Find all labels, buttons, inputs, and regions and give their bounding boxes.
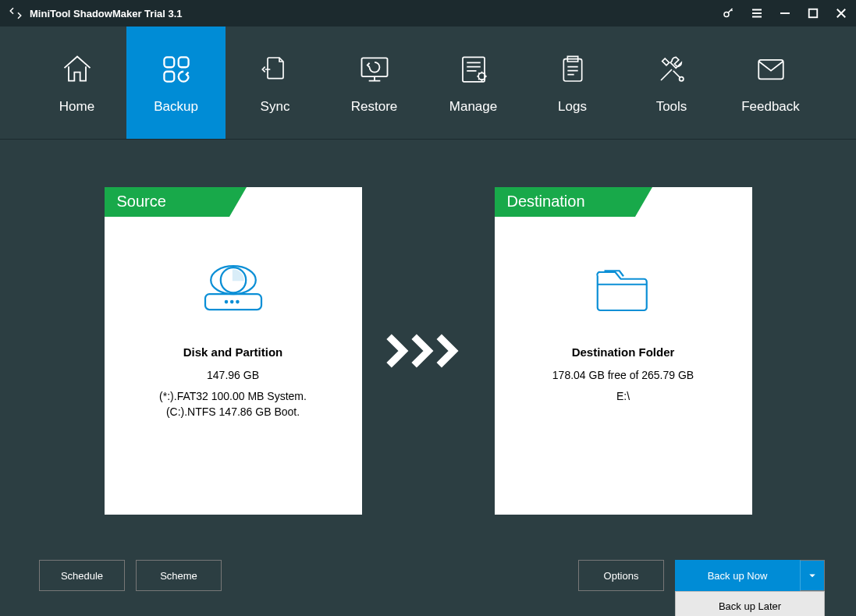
- manage-icon: [455, 51, 492, 88]
- backup-later-item[interactable]: Back up Later: [676, 592, 824, 616]
- backup-split-button: Back up Now Back up Later: [675, 560, 825, 591]
- sync-icon: [257, 51, 294, 88]
- svg-point-15: [236, 301, 238, 303]
- home-icon: [59, 51, 96, 88]
- nav-home[interactable]: Home: [27, 27, 126, 139]
- options-button[interactable]: Options: [578, 560, 664, 591]
- nav-label: Sync: [261, 99, 290, 115]
- scheme-button[interactable]: Scheme: [136, 560, 222, 591]
- nav-label: Manage: [449, 99, 497, 115]
- close-icon[interactable]: [834, 6, 848, 20]
- svg-rect-3: [178, 57, 188, 67]
- destination-title: Destination Folder: [572, 345, 675, 359]
- svg-rect-10: [758, 60, 783, 80]
- source-header: Source: [105, 187, 362, 217]
- minimize-icon[interactable]: [778, 6, 792, 20]
- nav-manage[interactable]: Manage: [424, 27, 523, 139]
- svg-rect-5: [361, 58, 387, 76]
- destination-path: E:\: [616, 389, 630, 405]
- destination-free: 178.04 GB free of 265.79 GB: [552, 368, 694, 384]
- nav-label: Home: [59, 99, 94, 115]
- nav-feedback[interactable]: Feedback: [721, 27, 820, 139]
- source-size: 147.96 GB: [207, 368, 259, 384]
- menu-icon[interactable]: [750, 6, 764, 20]
- navbar: Home Backup Sync: [0, 27, 856, 140]
- disk-icon: [198, 260, 268, 318]
- nav-label: Restore: [351, 99, 398, 115]
- schedule-button[interactable]: Schedule: [39, 560, 125, 591]
- nav-logs[interactable]: Logs: [523, 27, 622, 139]
- source-partition-2: (C:).NTFS 147.86 GB Boot.: [166, 405, 300, 420]
- svg-rect-8: [563, 59, 581, 81]
- feedback-icon: [752, 51, 790, 88]
- destination-header-label: Destination: [495, 187, 635, 217]
- nav-label: Tools: [656, 99, 687, 115]
- svg-point-9: [679, 77, 683, 81]
- nav-restore[interactable]: Restore: [325, 27, 424, 139]
- source-partition-1: (*:).FAT32 100.00 MB System.: [159, 389, 307, 405]
- source-panel[interactable]: Source Disk and Partition 147.96 GB: [105, 187, 362, 515]
- nav-label: Logs: [558, 99, 587, 115]
- nav-backup[interactable]: Backup: [126, 27, 226, 139]
- backup-dropdown-toggle[interactable]: [800, 560, 825, 591]
- svg-point-14: [231, 301, 233, 303]
- bottombar: Schedule Scheme Options Back up Now Back…: [0, 546, 856, 616]
- nav-label: Feedback: [741, 99, 800, 115]
- app-logo: [8, 5, 23, 21]
- backup-dropdown-menu: Back up Later: [675, 591, 825, 616]
- arrow-icon: [385, 333, 471, 369]
- backup-now-button[interactable]: Back up Now: [675, 560, 800, 591]
- svg-rect-6: [463, 57, 485, 82]
- app-title: MiniTool ShadowMaker Trial 3.1: [30, 8, 722, 19]
- destination-panel[interactable]: Destination Destination Folder 178.04 GB…: [495, 187, 752, 515]
- nav-sync[interactable]: Sync: [226, 27, 325, 139]
- source-title: Disk and Partition: [183, 345, 283, 359]
- tools-icon: [653, 51, 691, 88]
- titlebar: MiniTool ShadowMaker Trial 3.1: [0, 0, 856, 27]
- restore-icon: [356, 51, 393, 88]
- svg-rect-1: [809, 9, 818, 18]
- destination-header: Destination: [495, 187, 752, 217]
- main-content: Source Disk and Partition 147.96 GB: [0, 140, 856, 546]
- logs-icon: [554, 51, 591, 88]
- backup-icon: [158, 51, 195, 88]
- nav-tools[interactable]: Tools: [622, 27, 721, 139]
- nav-label: Backup: [154, 99, 198, 115]
- source-header-label: Source: [105, 187, 229, 217]
- maximize-icon[interactable]: [806, 6, 820, 20]
- svg-rect-2: [164, 57, 174, 67]
- key-icon[interactable]: [722, 6, 736, 20]
- svg-point-13: [225, 301, 226, 303]
- svg-rect-4: [164, 72, 174, 82]
- svg-point-0: [724, 12, 729, 17]
- folder-icon: [588, 260, 659, 318]
